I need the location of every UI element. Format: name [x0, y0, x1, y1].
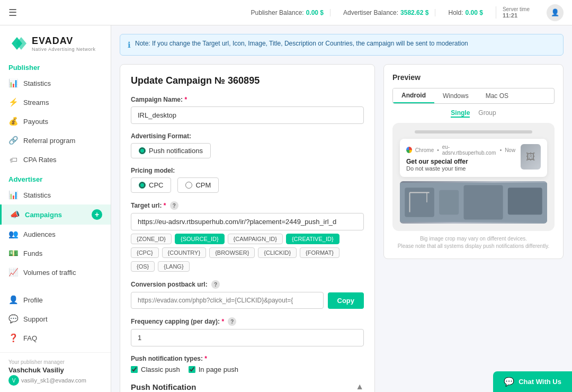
preview-column: Preview Android Windows Mac OS Single Gr… — [383, 64, 564, 392]
cpa-icon: 🏷 — [8, 155, 18, 164]
postback-help-icon[interactable]: ? — [211, 280, 220, 289]
two-col-layout: Update Campaign № 360895 Campaign Name: … — [120, 64, 564, 392]
tab-windows[interactable]: Windows — [434, 88, 477, 103]
notice-bar: ℹ Note: If you change the Target url, Ic… — [120, 34, 564, 56]
sidebar-item-volumes[interactable]: 📈 Volumes of traffic — [0, 263, 111, 282]
sidebar-item-pub-statistics[interactable]: 📊 Statistics — [0, 74, 111, 93]
svg-rect-6 — [508, 188, 542, 215]
sidebar-item-payouts[interactable]: 💰 Payouts — [0, 112, 111, 131]
preview-os-tabs: Android Windows Mac OS — [392, 88, 555, 104]
inpage-push-option[interactable]: In page push — [189, 366, 238, 373]
token-os[interactable]: {OS} — [131, 261, 155, 272]
campaign-name-input[interactable] — [131, 106, 364, 124]
push-notification-section-header: Push Notification ▲ — [131, 382, 364, 392]
publisher-balance: Publisher Balance: 0.00 $ — [245, 9, 330, 16]
sidebar-item-cpa[interactable]: 🏷 CPA Rates — [0, 150, 111, 169]
notif-thumbnail: 🖼 — [521, 144, 541, 170]
frequency-capping-group: Frequency capping (per day): * ? — [131, 317, 364, 346]
audiences-icon: 👥 — [8, 229, 18, 239]
token-cpc[interactable]: {CPC} — [131, 247, 159, 258]
preview-card: Preview Android Windows Mac OS Single Gr… — [383, 64, 564, 259]
token-row: {ZONE_ID} {SOURCE_ID} {CAMPAIGN_ID} {CRE… — [131, 234, 364, 272]
sidebar-item-adv-statistics[interactable]: 📊 Statistics — [0, 185, 111, 204]
tab-android[interactable]: Android — [393, 88, 434, 103]
freq-cap-help-icon[interactable]: ? — [228, 317, 236, 326]
token-country[interactable]: {COUNTRY} — [162, 247, 207, 258]
profile-icon: 👤 — [8, 295, 18, 305]
pricing-cpc-option[interactable]: CPC — [131, 177, 171, 193]
push-types-group: Push notification types: * Classic push … — [131, 355, 364, 373]
advertiser-balance: Advertiser Balance: 3582.62 $ — [337, 9, 435, 16]
sidebar-item-funds[interactable]: 💵 Funds — [0, 244, 111, 263]
token-format[interactable]: {FORMAT} — [300, 247, 339, 258]
publisher-section-label: Publisher — [0, 57, 111, 74]
svg-rect-5 — [463, 185, 503, 220]
sidebar-item-support[interactable]: 💬 Support — [0, 309, 111, 328]
postback-group: Conversion postback url: ? Copy — [131, 280, 364, 309]
token-campaign-id[interactable]: {CAMPAIGN_ID} — [228, 234, 283, 244]
token-browser[interactable]: {BROWSER} — [209, 247, 255, 258]
token-zone-id[interactable]: {ZONE_ID} — [131, 234, 172, 244]
token-creative-id[interactable]: {CREATIVE_ID} — [286, 234, 339, 244]
sidebar-logo: EVADAV Native Advertising Network — [0, 25, 111, 57]
evadav-logo-icon — [8, 34, 28, 53]
campaigns-icon: 📣 — [10, 210, 20, 219]
main-content: ℹ Note: If you change the Target url, Ic… — [111, 25, 572, 392]
sidebar-item-streams[interactable]: ⚡ Streams — [0, 93, 111, 112]
advertising-format-group: Advertising Format: Push notifications — [131, 132, 364, 158]
preview-title: Preview — [392, 73, 555, 82]
push-section-toggle[interactable]: ▲ — [355, 382, 364, 391]
sidebar-item-campaigns[interactable]: 📣 Campaigns + — [0, 204, 111, 225]
manager-avatar: V — [8, 375, 19, 386]
tab-macos[interactable]: Mac OS — [477, 88, 517, 103]
notif-title: Get our special offer — [406, 158, 515, 165]
token-lang[interactable]: {LANG} — [158, 261, 189, 272]
user-menu[interactable]: 👤 — [547, 4, 564, 21]
sidebar-item-faq[interactable]: ❓ FAQ — [0, 328, 111, 348]
pricing-cpm-option[interactable]: CPM — [177, 177, 219, 193]
phone-mockup: Chrome • eu-adsrv.rtbsuperhub.com • Now … — [392, 123, 555, 231]
chat-icon: 💬 — [504, 377, 514, 387]
target-url-input[interactable] — [131, 213, 364, 230]
menu-icon[interactable]: ☰ — [8, 7, 17, 19]
preview-type-tabs: Single Group — [392, 109, 555, 118]
sidebar-item-referral[interactable]: 🔗 Referral program — [0, 131, 111, 150]
sidebar: EVADAV Native Advertising Network Publis… — [0, 25, 111, 392]
adv-statistics-icon: 📊 — [8, 190, 18, 200]
topbar: ☰ Publisher Balance: 0.00 $ Advertiser B… — [0, 0, 572, 25]
info-icon: ℹ — [128, 40, 131, 50]
notif-big-image — [400, 181, 547, 224]
big-image-placeholder — [400, 181, 547, 224]
notif-desc: Do not waste your time — [406, 165, 515, 172]
form-column: Update Campaign № 360895 Campaign Name: … — [120, 64, 375, 392]
payouts-icon: 💰 — [8, 117, 18, 126]
faq-icon: ❓ — [8, 333, 18, 343]
preview-note1: Big image crop may vary on different dev… — [392, 235, 555, 243]
volumes-icon: 📈 — [8, 268, 18, 277]
statistics-icon: 📊 — [8, 78, 18, 88]
target-url-help-icon[interactable]: ? — [170, 201, 178, 210]
funds-icon: 💵 — [8, 248, 18, 258]
sidebar-item-profile[interactable]: 👤 Profile — [0, 290, 111, 309]
sub-tab-group[interactable]: Group — [478, 109, 496, 118]
token-source-id[interactable]: {SOURCE_ID} — [175, 234, 225, 244]
campaign-form-card: Update Campaign № 360895 Campaign Name: … — [120, 64, 375, 392]
frequency-capping-input[interactable] — [131, 329, 364, 346]
target-url-group: Target url: * ? {ZONE_ID} {SOURCE_ID} {C… — [131, 201, 364, 272]
chrome-icon — [406, 147, 412, 153]
svg-rect-4 — [439, 190, 459, 215]
sub-tab-single[interactable]: Single — [451, 109, 470, 118]
page-title: Update Campaign № 360895 — [131, 75, 364, 86]
preview-note2: Please note that all systems display pus… — [392, 243, 555, 250]
streams-icon: ⚡ — [8, 97, 18, 107]
copy-button[interactable]: Copy — [328, 292, 364, 309]
classic-push-option[interactable]: Classic push — [131, 366, 180, 373]
server-time: Server time 11:21 — [496, 6, 536, 19]
referral-icon: 🔗 — [8, 136, 18, 145]
push-notifications-option[interactable]: Push notifications — [131, 143, 211, 158]
chat-button[interactable]: 💬 Chat With Us — [493, 371, 572, 392]
add-campaign-icon[interactable]: + — [92, 209, 102, 220]
token-clickid[interactable]: {CLICKID} — [258, 247, 297, 258]
sidebar-item-audiences[interactable]: 👥 Audiences — [0, 225, 111, 244]
postback-input[interactable] — [131, 292, 324, 309]
